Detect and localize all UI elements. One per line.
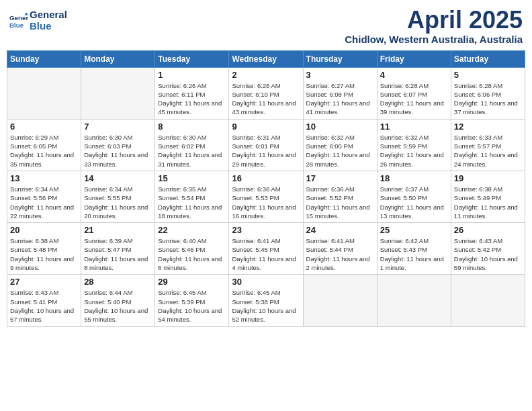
calendar-cell: 6Sunrise: 6:29 AM Sunset: 6:05 PM Daylig…	[7, 119, 81, 171]
calendar-cell: 16Sunrise: 6:36 AM Sunset: 5:53 PM Dayli…	[229, 171, 303, 222]
logo-icon: General Blue	[9, 11, 28, 30]
weekday-header-tuesday: Tuesday	[155, 50, 229, 67]
day-number: 20	[10, 225, 78, 235]
calendar-cell: 25Sunrise: 6:42 AM Sunset: 5:43 PM Dayli…	[377, 223, 451, 275]
svg-text:Blue: Blue	[9, 21, 24, 28]
calendar-cell: 17Sunrise: 6:36 AM Sunset: 5:52 PM Dayli…	[303, 171, 377, 222]
calendar-cell: 24Sunrise: 6:41 AM Sunset: 5:44 PM Dayli…	[303, 223, 377, 275]
calendar-cell: 1Sunrise: 6:26 AM Sunset: 6:11 PM Daylig…	[155, 67, 229, 119]
logo-general: General	[30, 9, 67, 21]
day-number: 4	[380, 70, 448, 80]
calendar-cell: 29Sunrise: 6:45 AM Sunset: 5:39 PM Dayli…	[155, 275, 229, 326]
day-number: 30	[232, 277, 300, 287]
calendar-cell: 20Sunrise: 6:38 AM Sunset: 5:48 PM Dayli…	[7, 223, 81, 275]
logo: General Blue General Blue	[9, 9, 67, 32]
calendar-cell: 18Sunrise: 6:37 AM Sunset: 5:50 PM Dayli…	[377, 171, 451, 222]
calendar-week-row: 27Sunrise: 6:43 AM Sunset: 5:41 PM Dayli…	[7, 275, 525, 326]
calendar-cell: 22Sunrise: 6:40 AM Sunset: 5:46 PM Dayli…	[155, 223, 229, 275]
calendar-cell: 11Sunrise: 6:32 AM Sunset: 5:59 PM Dayli…	[377, 119, 451, 171]
calendar-cell: 30Sunrise: 6:45 AM Sunset: 5:38 PM Dayli…	[229, 275, 303, 326]
day-info: Sunrise: 6:27 AM Sunset: 6:08 PM Dayligh…	[306, 81, 374, 117]
day-info: Sunrise: 6:26 AM Sunset: 6:10 PM Dayligh…	[232, 81, 300, 117]
day-info: Sunrise: 6:34 AM Sunset: 5:55 PM Dayligh…	[84, 185, 152, 220]
calendar-week-row: 1Sunrise: 6:26 AM Sunset: 6:11 PM Daylig…	[7, 67, 525, 119]
calendar-cell	[303, 275, 377, 326]
calendar-cell: 8Sunrise: 6:30 AM Sunset: 6:02 PM Daylig…	[155, 119, 229, 171]
day-number: 6	[10, 122, 78, 132]
calendar-cell: 7Sunrise: 6:30 AM Sunset: 6:03 PM Daylig…	[81, 119, 155, 171]
page-header: General Blue General Blue April 2025 Chi…	[7, 7, 525, 45]
day-number: 29	[158, 277, 226, 287]
day-info: Sunrise: 6:39 AM Sunset: 5:47 PM Dayligh…	[84, 236, 152, 272]
calendar-cell	[81, 67, 155, 119]
day-info: Sunrise: 6:36 AM Sunset: 5:53 PM Dayligh…	[232, 185, 300, 220]
day-info: Sunrise: 6:26 AM Sunset: 6:11 PM Dayligh…	[158, 81, 226, 117]
day-info: Sunrise: 6:29 AM Sunset: 6:05 PM Dayligh…	[10, 133, 78, 169]
day-number: 17	[306, 173, 374, 183]
calendar-cell: 5Sunrise: 6:28 AM Sunset: 6:06 PM Daylig…	[451, 67, 525, 119]
day-number: 27	[10, 277, 78, 287]
weekday-header-row: SundayMondayTuesdayWednesdayThursdayFrid…	[7, 50, 525, 67]
calendar-week-row: 6Sunrise: 6:29 AM Sunset: 6:05 PM Daylig…	[7, 119, 525, 171]
day-info: Sunrise: 6:36 AM Sunset: 5:52 PM Dayligh…	[306, 185, 374, 220]
day-number: 18	[380, 173, 448, 183]
day-number: 19	[454, 173, 522, 183]
day-info: Sunrise: 6:41 AM Sunset: 5:45 PM Dayligh…	[232, 236, 300, 272]
day-info: Sunrise: 6:43 AM Sunset: 5:42 PM Dayligh…	[454, 236, 522, 272]
calendar-cell: 3Sunrise: 6:27 AM Sunset: 6:08 PM Daylig…	[303, 67, 377, 119]
day-number: 21	[84, 225, 152, 235]
day-info: Sunrise: 6:32 AM Sunset: 6:00 PM Dayligh…	[306, 133, 374, 169]
day-info: Sunrise: 6:32 AM Sunset: 5:59 PM Dayligh…	[380, 133, 448, 169]
calendar-cell: 21Sunrise: 6:39 AM Sunset: 5:47 PM Dayli…	[81, 223, 155, 275]
calendar-cell	[451, 275, 525, 326]
day-info: Sunrise: 6:28 AM Sunset: 6:06 PM Dayligh…	[454, 81, 522, 117]
calendar-cell: 26Sunrise: 6:43 AM Sunset: 5:42 PM Dayli…	[451, 223, 525, 275]
calendar-cell: 13Sunrise: 6:34 AM Sunset: 5:56 PM Dayli…	[7, 171, 81, 222]
day-info: Sunrise: 6:40 AM Sunset: 5:46 PM Dayligh…	[158, 236, 226, 272]
day-info: Sunrise: 6:44 AM Sunset: 5:40 PM Dayligh…	[84, 288, 152, 324]
weekday-header-friday: Friday	[377, 50, 451, 67]
calendar-cell: 12Sunrise: 6:33 AM Sunset: 5:57 PM Dayli…	[451, 119, 525, 171]
day-info: Sunrise: 6:35 AM Sunset: 5:54 PM Dayligh…	[158, 185, 226, 220]
calendar-table: SundayMondayTuesdayWednesdayThursdayFrid…	[7, 50, 525, 327]
day-number: 16	[232, 173, 300, 183]
day-number: 12	[454, 122, 522, 132]
day-info: Sunrise: 6:30 AM Sunset: 6:03 PM Dayligh…	[84, 133, 152, 169]
calendar-cell: 19Sunrise: 6:38 AM Sunset: 5:49 PM Dayli…	[451, 171, 525, 222]
day-number: 26	[454, 225, 522, 235]
day-info: Sunrise: 6:42 AM Sunset: 5:43 PM Dayligh…	[380, 236, 448, 272]
weekday-header-monday: Monday	[81, 50, 155, 67]
weekday-header-saturday: Saturday	[451, 50, 525, 67]
calendar-cell: 27Sunrise: 6:43 AM Sunset: 5:41 PM Dayli…	[7, 275, 81, 326]
month-title: April 2025	[345, 7, 523, 34]
calendar-cell: 10Sunrise: 6:32 AM Sunset: 6:00 PM Dayli…	[303, 119, 377, 171]
calendar-cell: 2Sunrise: 6:26 AM Sunset: 6:10 PM Daylig…	[229, 67, 303, 119]
calendar-cell	[7, 67, 81, 119]
day-number: 2	[232, 70, 300, 80]
day-number: 24	[306, 225, 374, 235]
day-info: Sunrise: 6:37 AM Sunset: 5:50 PM Dayligh…	[380, 185, 448, 220]
calendar-cell: 14Sunrise: 6:34 AM Sunset: 5:55 PM Dayli…	[81, 171, 155, 222]
day-number: 1	[158, 70, 226, 80]
day-number: 13	[10, 173, 78, 183]
day-info: Sunrise: 6:45 AM Sunset: 5:38 PM Dayligh…	[232, 288, 300, 324]
weekday-header-thursday: Thursday	[303, 50, 377, 67]
day-number: 7	[84, 122, 152, 132]
calendar-cell: 28Sunrise: 6:44 AM Sunset: 5:40 PM Dayli…	[81, 275, 155, 326]
day-info: Sunrise: 6:28 AM Sunset: 6:07 PM Dayligh…	[380, 81, 448, 117]
weekday-header-sunday: Sunday	[7, 50, 81, 67]
day-number: 5	[454, 70, 522, 80]
day-number: 3	[306, 70, 374, 80]
day-info: Sunrise: 6:45 AM Sunset: 5:39 PM Dayligh…	[158, 288, 226, 324]
day-info: Sunrise: 6:34 AM Sunset: 5:56 PM Dayligh…	[10, 185, 78, 220]
day-info: Sunrise: 6:31 AM Sunset: 6:01 PM Dayligh…	[232, 133, 300, 169]
calendar-cell: 15Sunrise: 6:35 AM Sunset: 5:54 PM Dayli…	[155, 171, 229, 222]
day-number: 25	[380, 225, 448, 235]
day-number: 15	[158, 173, 226, 183]
day-number: 14	[84, 173, 152, 183]
day-number: 11	[380, 122, 448, 132]
day-number: 23	[232, 225, 300, 235]
location-title: Chidlow, Western Australia, Australia	[345, 34, 523, 45]
calendar-cell	[377, 275, 451, 326]
day-number: 9	[232, 122, 300, 132]
